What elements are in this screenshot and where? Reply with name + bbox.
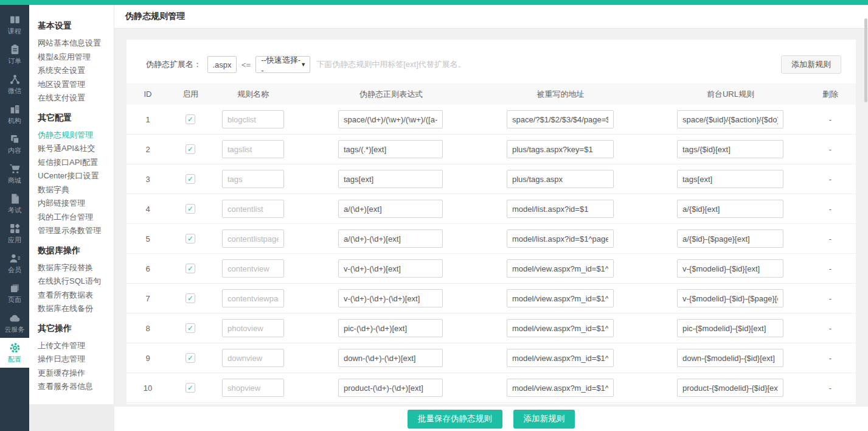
rule-rewrite-input[interactable]	[507, 349, 614, 367]
delete-placeholder: -	[805, 205, 856, 214]
menu-item-db-field-replace[interactable]: 数据库字段替换	[38, 261, 114, 275]
sidebar-item-members[interactable]: 会员	[0, 248, 29, 278]
rule-rewrite-input[interactable]	[507, 140, 614, 158]
menu-item-account-api-social[interactable]: 账号通API&社交	[38, 142, 114, 156]
menu-item-run-sql[interactable]: 在线执行SQL语句	[38, 275, 114, 289]
enabled-checkbox[interactable]	[186, 114, 195, 124]
extension-input[interactable]	[207, 56, 237, 73]
rule-url-input[interactable]	[677, 289, 783, 307]
rule-rewrite-input[interactable]	[507, 289, 614, 307]
enabled-checkbox[interactable]	[186, 264, 195, 273]
vertical-scrollbar[interactable]	[864, 18, 867, 102]
rule-url-input[interactable]	[677, 110, 783, 128]
sidebar-item-courses[interactable]: 课程	[0, 10, 29, 40]
rule-name-input[interactable]	[222, 230, 284, 248]
rule-name-input[interactable]	[222, 170, 284, 188]
add-rule-button-bottom[interactable]: 添加新规则	[513, 410, 575, 429]
rule-rewrite-input[interactable]	[507, 379, 614, 397]
menu-item-online-payment[interactable]: 在线支付设置	[38, 91, 114, 105]
user-icon	[9, 253, 21, 264]
menu-item-db-backup[interactable]: 数据库在线备份	[38, 302, 114, 316]
rule-rewrite-input[interactable]	[507, 170, 614, 188]
rule-rewrite-input[interactable]	[507, 110, 614, 128]
menu-item-pseudo-static-rules[interactable]: 伪静态规则管理	[38, 128, 114, 142]
menu-item-display-count[interactable]: 管理显示条数管理	[38, 224, 114, 238]
add-rule-button-top[interactable]: 添加新规则	[781, 55, 841, 74]
rule-rewrite-input[interactable]	[507, 230, 614, 248]
table-row: 2 -	[127, 135, 856, 164]
menu-item-site-basic-info[interactable]: 网站基本信息设置	[38, 37, 114, 51]
rule-regex-input[interactable]	[338, 379, 443, 397]
menu-item-system-security[interactable]: 系统安全设置	[38, 64, 114, 78]
sidebar-item-cloud-services[interactable]: 云服务	[0, 308, 29, 338]
sidebar-item-mall[interactable]: 商城	[0, 159, 29, 189]
menu-group-title: 数据库操作	[38, 245, 114, 256]
sidebar-item-config[interactable]: 配置	[0, 338, 29, 368]
sidebar-item-orders[interactable]: 订单	[0, 40, 29, 69]
rule-url-input[interactable]	[677, 259, 783, 278]
menu-item-server-info[interactable]: 查看服务器信息	[38, 380, 114, 394]
sidebar-item-label: 内容	[8, 146, 21, 155]
sidebar-item-apps[interactable]: 应用	[0, 219, 29, 248]
menu-item-model-app[interactable]: 模型&应用管理	[38, 51, 114, 65]
batch-save-button[interactable]: 批量保存伪静态规则	[408, 410, 502, 429]
rule-regex-input[interactable]	[338, 259, 443, 278]
rule-rewrite-input[interactable]	[507, 200, 614, 218]
sidebar-item-wechat[interactable]: 微信	[0, 69, 29, 99]
rule-url-input[interactable]	[677, 200, 783, 218]
menu-item-sms-api[interactable]: 短信接口API配置	[38, 156, 114, 170]
enabled-checkbox[interactable]	[186, 204, 195, 214]
rule-url-input[interactable]	[677, 140, 783, 158]
enabled-checkbox[interactable]	[186, 174, 195, 184]
rule-regex-input[interactable]	[338, 110, 443, 128]
rule-regex-input[interactable]	[338, 230, 443, 248]
rule-regex-input[interactable]	[338, 140, 443, 158]
rule-name-input[interactable]	[222, 349, 284, 367]
menu-item-data-dictionary[interactable]: 数据字典	[38, 183, 114, 197]
menu-item-operation-logs[interactable]: 操作日志管理	[38, 352, 114, 366]
menu-item-region-settings[interactable]: 地区设置管理	[38, 78, 114, 92]
rule-url-input[interactable]	[677, 170, 783, 188]
rule-name-input[interactable]	[222, 289, 284, 307]
rule-name-input[interactable]	[222, 140, 284, 158]
rule-rewrite-input[interactable]	[507, 319, 614, 337]
rule-name-input[interactable]	[222, 200, 284, 218]
menu-item-refresh-cache[interactable]: 更新缓存操作	[38, 366, 114, 380]
sidebar-item-pages[interactable]: 页面	[0, 278, 29, 308]
rule-name-input[interactable]	[222, 319, 284, 337]
delete-placeholder: -	[805, 324, 856, 333]
quick-select-dropdown[interactable]: --快速选择-- ▼	[255, 56, 310, 73]
rule-url-input[interactable]	[677, 379, 783, 397]
rule-url-input[interactable]	[677, 230, 783, 248]
table-row: 6 -	[127, 254, 856, 284]
rule-url-input[interactable]	[677, 349, 783, 367]
rule-regex-input[interactable]	[338, 349, 443, 367]
enabled-checkbox[interactable]	[186, 234, 195, 244]
rule-name-input[interactable]	[222, 379, 284, 397]
sidebar-item-exam[interactable]: 考试	[0, 189, 29, 219]
enabled-checkbox[interactable]	[186, 293, 195, 303]
rule-name-input[interactable]	[222, 110, 284, 128]
rule-regex-input[interactable]	[338, 170, 443, 188]
delete-placeholder: -	[805, 115, 856, 124]
rule-regex-input[interactable]	[338, 289, 443, 307]
copy-icon	[9, 133, 21, 145]
menu-item-internal-links[interactable]: 内部链接管理	[38, 197, 114, 211]
menu-item-workbench[interactable]: 我的工作台管理	[38, 211, 114, 225]
enabled-checkbox[interactable]	[186, 144, 195, 154]
rule-regex-input[interactable]	[338, 200, 443, 218]
sidebar-item-organization[interactable]: 机构	[0, 99, 29, 129]
enabled-checkbox[interactable]	[186, 383, 195, 393]
sidebar-item-content[interactable]: 内容	[0, 129, 29, 159]
rule-regex-input[interactable]	[338, 319, 443, 337]
enabled-checkbox[interactable]	[186, 323, 195, 333]
rule-id: 7	[127, 294, 169, 303]
delete-placeholder: -	[805, 264, 856, 273]
menu-item-upload-files[interactable]: 上传文件管理	[38, 339, 114, 353]
rule-url-input[interactable]	[677, 319, 783, 337]
enabled-checkbox[interactable]	[186, 353, 195, 363]
menu-item-view-tables[interactable]: 查看所有数据表	[38, 289, 114, 303]
rule-rewrite-input[interactable]	[507, 259, 614, 278]
rule-name-input[interactable]	[222, 259, 284, 278]
menu-item-ucenter[interactable]: UCenter接口设置	[38, 169, 114, 183]
